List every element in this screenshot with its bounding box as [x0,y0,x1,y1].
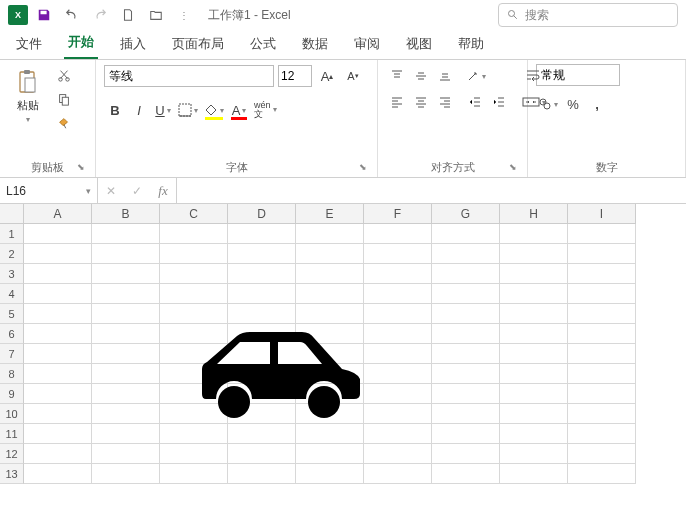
column-headers: A B C D E F G H I [24,204,686,224]
name-box[interactable]: L16 ▾ [0,178,98,203]
underline-button[interactable]: U [152,98,174,122]
tab-help[interactable]: 帮助 [454,29,488,59]
open-file-button[interactable] [144,3,168,27]
paste-button[interactable]: 粘贴 ▾ [8,64,48,128]
phonetic-button[interactable]: wén文 [252,98,279,122]
svg-point-13 [308,386,340,418]
bold-button[interactable]: B [104,98,126,122]
wrap-text-button[interactable] [520,64,548,88]
row-header[interactable]: 5 [0,304,24,324]
insert-function-button[interactable]: fx [150,183,176,199]
ribbon-tabs: 文件 开始 插入 页面布局 公式 数据 审阅 视图 帮助 [0,30,686,60]
clipboard-launcher[interactable]: ⬊ [75,162,87,174]
svg-point-11 [544,103,550,109]
increase-indent-button[interactable] [488,90,510,114]
decrease-font-button[interactable]: A▾ [342,64,364,88]
search-placeholder: 搜索 [525,7,549,24]
column-header[interactable]: H [500,204,568,224]
search-box[interactable]: 搜索 [498,3,678,27]
tab-home[interactable]: 开始 [64,27,98,59]
qat-customize-button[interactable]: ⋮ [172,3,196,27]
font-name-combo[interactable] [104,65,274,87]
font-color-button[interactable]: A [228,98,250,122]
align-right-button[interactable] [434,90,456,114]
align-center-button[interactable] [410,90,432,114]
number-format-combo[interactable] [536,64,620,86]
undo-button[interactable] [60,3,84,27]
cell-area[interactable] [24,224,686,519]
car-icon-shape[interactable] [182,324,367,424]
cancel-formula-button[interactable]: ✕ [98,184,124,198]
row-header[interactable]: 2 [0,244,24,264]
row-header[interactable]: 4 [0,284,24,304]
column-header[interactable]: I [568,204,636,224]
alignment-launcher[interactable]: ⬊ [507,162,519,174]
increase-font-button[interactable]: A▴ [316,64,338,88]
column-header[interactable]: A [24,204,92,224]
group-font: A▴ A▾ B I U A wén文 字体⬊ [96,60,378,177]
column-header[interactable]: C [160,204,228,224]
decrease-indent-button[interactable] [464,90,486,114]
row-header[interactable]: 12 [0,444,24,464]
chevron-down-icon: ▾ [86,186,91,196]
italic-button[interactable]: I [128,98,150,122]
tab-data[interactable]: 数据 [298,29,332,59]
group-alignment: 对齐方式⬊ [378,60,528,177]
title-bar: X ⋮ 工作簿1 - Excel 搜索 [0,0,686,30]
column-header[interactable]: D [228,204,296,224]
copy-button[interactable] [52,88,76,110]
row-header[interactable]: 11 [0,424,24,444]
fx-icon: fx [158,183,167,199]
redo-button[interactable] [88,3,112,27]
cut-button[interactable] [52,64,76,86]
accounting-format-button[interactable] [536,92,560,116]
row-header[interactable]: 13 [0,464,24,484]
row-header[interactable]: 9 [0,384,24,404]
row-header[interactable]: 7 [0,344,24,364]
row-header[interactable]: 10 [0,404,24,424]
number-group-label: 数字 [536,158,677,175]
font-size-combo[interactable] [278,65,312,87]
search-icon [507,9,519,21]
tab-insert[interactable]: 插入 [116,29,150,59]
tab-formulas[interactable]: 公式 [246,29,280,59]
column-header[interactable]: E [296,204,364,224]
ribbon: 粘贴 ▾ 剪贴板⬊ A▴ A▾ B I U [0,60,686,178]
tab-file[interactable]: 文件 [12,29,46,59]
row-header[interactable]: 8 [0,364,24,384]
tab-layout[interactable]: 页面布局 [168,29,228,59]
svg-point-12 [218,386,250,418]
font-launcher[interactable]: ⬊ [357,162,369,174]
align-left-button[interactable] [386,90,408,114]
column-header[interactable]: G [432,204,500,224]
orientation-button[interactable] [464,64,488,88]
row-headers: 1 2 3 4 5 6 7 8 9 10 11 12 13 [0,224,24,519]
formula-input[interactable] [177,178,686,203]
svg-rect-2 [24,70,30,74]
save-button[interactable] [32,3,56,27]
svg-point-0 [509,11,515,17]
clipboard-icon [14,68,42,96]
format-painter-button[interactable] [52,112,76,134]
new-file-button[interactable] [116,3,140,27]
row-header[interactable]: 3 [0,264,24,284]
tab-view[interactable]: 视图 [402,29,436,59]
row-header[interactable]: 6 [0,324,24,344]
column-header[interactable]: F [364,204,432,224]
fill-color-button[interactable] [202,98,226,122]
align-top-button[interactable] [386,64,408,88]
column-header[interactable]: B [92,204,160,224]
tab-review[interactable]: 审阅 [350,29,384,59]
align-middle-button[interactable] [410,64,432,88]
worksheet-grid[interactable]: A B C D E F G H I 1 2 3 4 5 6 7 8 9 10 1… [0,204,686,519]
row-header[interactable]: 1 [0,224,24,244]
svg-rect-8 [179,104,191,116]
comma-button[interactable]: , [586,92,608,116]
excel-app-icon: X [8,5,28,25]
percent-button[interactable]: % [562,92,584,116]
align-bottom-button[interactable] [434,64,456,88]
clipboard-group-label: 剪贴板⬊ [8,158,87,175]
border-button[interactable] [176,98,200,122]
enter-formula-button[interactable]: ✓ [124,184,150,198]
select-all-corner[interactable] [0,204,24,224]
